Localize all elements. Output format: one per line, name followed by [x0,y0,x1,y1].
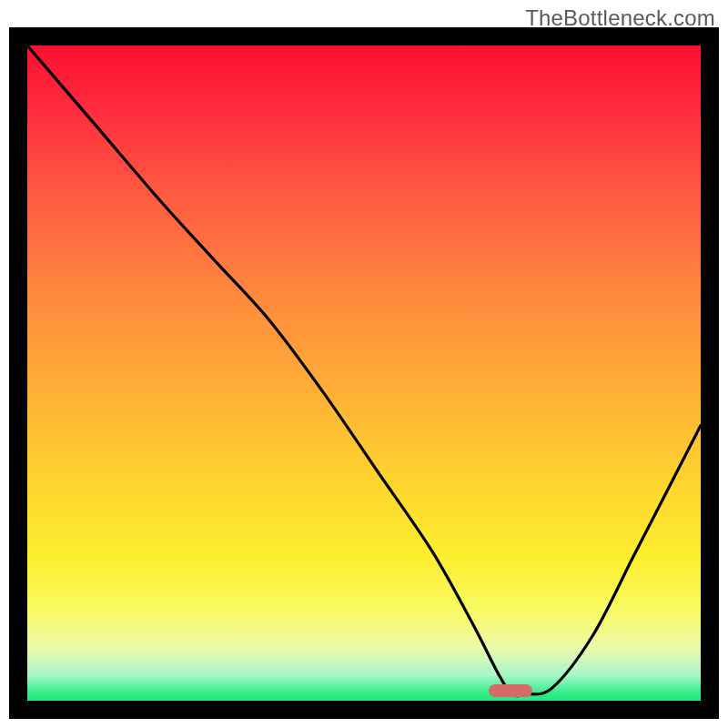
optimal-point-marker [489,684,532,697]
chart-background-gradient [27,46,701,701]
bottleneck-chart [9,27,719,719]
bottleneck-curve [27,46,701,701]
watermark-text: TheBottleneck.com [525,5,715,31]
